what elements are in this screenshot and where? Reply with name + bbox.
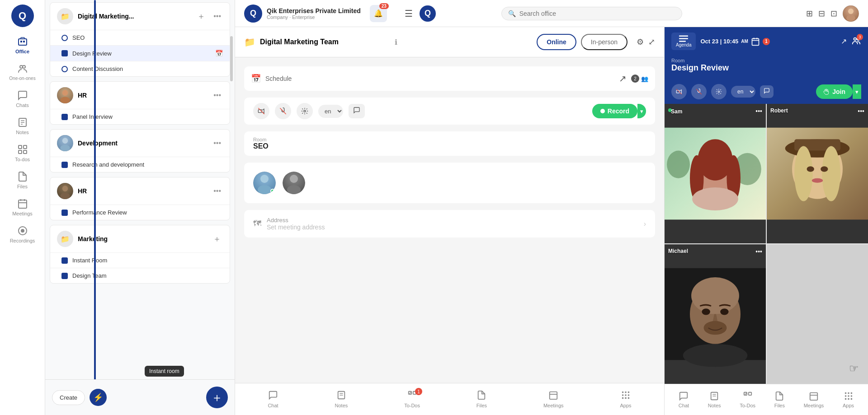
room-item-seo[interactable]: SEO [50,30,230,45]
group-header-development[interactable]: Development ••• [50,130,230,157]
todos-icon [17,144,28,155]
footer-files[interactable]: Files [470,388,494,410]
meeting-footer-chat[interactable]: Chat [674,389,693,410]
group-avatar-development [57,135,73,151]
inperson-tab[interactable]: In-person [581,34,627,50]
footer-todos[interactable]: 1 To-Dos [397,388,427,410]
svg-point-29 [848,9,854,14]
language-select[interactable]: en [318,105,343,118]
message-button[interactable] [349,104,365,118]
agenda-button[interactable]: Agenda [671,33,696,50]
record-dropdown-button[interactable]: ▾ [637,104,646,118]
online-tab[interactable]: Online [537,34,576,50]
video-off-button[interactable] [253,103,269,119]
add-marketing-room-button[interactable]: ＋ [211,233,223,244]
room-item-design-team[interactable]: Design Team [50,268,230,283]
group-header-hr-1[interactable]: HR ••• [50,82,230,109]
room-dot-research [61,162,68,168]
michael-more-button[interactable]: ••• [755,248,762,255]
room-item-research[interactable]: Research and development [50,157,230,172]
room-item-instant[interactable]: Instant Room [50,252,230,268]
meeting-panel: Agenda Oct 23 | 10:45 AM 1 ↗ 3 [665,27,868,415]
mic-off-button[interactable] [275,103,291,119]
record-button[interactable]: Record [592,104,637,118]
meeting-footer-meetings[interactable]: Meetings [799,389,829,410]
sam-more-button[interactable]: ••• [755,107,762,115]
group-header-hr-2[interactable]: HR ••• [50,177,230,205]
meeting-language-select[interactable]: en [731,86,755,98]
share-icon[interactable]: ↗ [619,73,627,84]
sidebar-toggle-icon[interactable]: ⊟ [818,9,825,19]
meeting-footer-files[interactable]: Files [770,389,789,410]
meeting-footer-todos[interactable]: To-Dos [735,389,760,410]
group-avatar-digital-marketing: 📁 [57,8,73,24]
sidebar-item-notes[interactable]: Notes [0,112,45,140]
participant-1 [253,172,276,194]
group-header-digital-marketing[interactable]: 📁 Digital Marketing... ＋ ••• [50,3,230,30]
settings-ctrl-button[interactable] [297,103,313,119]
svg-point-27 [60,193,70,199]
user-avatar[interactable] [843,5,859,22]
create-button[interactable]: Create [52,390,85,405]
svg-point-91 [720,308,728,315]
footer-apps[interactable]: Apps [613,388,638,410]
calendar-badge: 1 [763,38,770,45]
sidebar-item-files[interactable]: Files [0,167,45,194]
scroll-bar[interactable] [230,36,233,81]
rooms-bottom-actions: Instant room Create ⚡ ＋ [45,379,235,415]
add-room-button[interactable]: ＋ [195,11,207,22]
room-info-bar: Room SEO [244,131,655,156]
sidebar-item-office[interactable]: Office [0,32,45,59]
meeting-mic-off-button[interactable] [691,84,707,99]
address-placeholder: Set meeting address [267,224,638,231]
participant-online-dot-1 [270,189,275,193]
meeting-settings-button[interactable] [711,84,726,99]
room-item-performance[interactable]: Performance Review [50,205,230,220]
group-header-marketing[interactable]: 📁 Marketing ＋ [50,225,230,252]
chat-icon [268,390,278,400]
svg-point-108 [848,398,849,400]
footer-meetings[interactable]: Meetings [537,388,571,410]
qik-logo: Q [420,5,436,22]
footer-chat[interactable]: Chat [261,388,285,410]
svg-point-20 [62,90,68,96]
meeting-footer-notes[interactable]: Notes [703,389,726,410]
expand-room-icon[interactable]: ⤢ [648,37,655,47]
join-button[interactable]: Join [816,84,853,99]
sidebar-item-meetings[interactable]: Meetings [0,194,45,221]
settings-icon[interactable]: ⚙ [637,37,644,47]
add-group-button[interactable]: ＋ [206,387,228,408]
svg-point-26 [62,186,68,191]
grid-view-icon[interactable]: ⊞ [806,9,813,19]
robert-more-button[interactable]: ••• [858,107,864,115]
room-item-content-discussion[interactable]: Content Discussion [50,61,230,76]
meeting-footer-apps[interactable]: Apps [838,389,859,410]
expand-icon[interactable]: ⊡ [830,9,837,19]
group-more-hr-2[interactable]: ••• [212,185,223,197]
sidebar-item-chats[interactable]: Chats [0,85,45,112]
search-input[interactable] [519,10,610,17]
meeting-share-button[interactable]: ↗ [841,37,847,46]
room-dot-seo [61,35,68,41]
group-more-development[interactable]: ••• [212,137,223,149]
sidebar-item-one-on-ones[interactable]: One-on-ones [0,59,45,85]
group-more-digital-marketing[interactable]: ••• [212,10,223,22]
video-tile-empty: ☞ [767,244,868,384]
meeting-room-label: Room [671,58,861,63]
group-hr-2: HR ••• Performance Review [50,177,230,220]
join-dropdown-button[interactable]: ▾ [853,84,861,99]
room-item-panel-interview[interactable]: Panel Interview [50,109,230,124]
group-more-hr-1[interactable]: ••• [212,89,223,101]
room-item-design-review[interactable]: Design Review 📅 [50,45,230,61]
meeting-message-button[interactable] [760,85,774,98]
lightning-button[interactable]: ⚡ [90,389,107,406]
hamburger-menu[interactable]: ☰ [405,8,413,19]
mf-files-icon [774,391,784,401]
room-detail-info-icon[interactable]: ℹ [395,38,397,47]
meeting-header: Agenda Oct 23 | 10:45 AM 1 ↗ 3 [665,27,868,56]
sidebar-item-todos[interactable]: To-dos [0,140,45,167]
footer-notes[interactable]: Notes [328,388,355,410]
svg-point-101 [844,392,846,394]
sidebar-item-recordings[interactable]: Recordings [0,221,45,248]
meeting-video-off-button[interactable] [671,84,687,99]
